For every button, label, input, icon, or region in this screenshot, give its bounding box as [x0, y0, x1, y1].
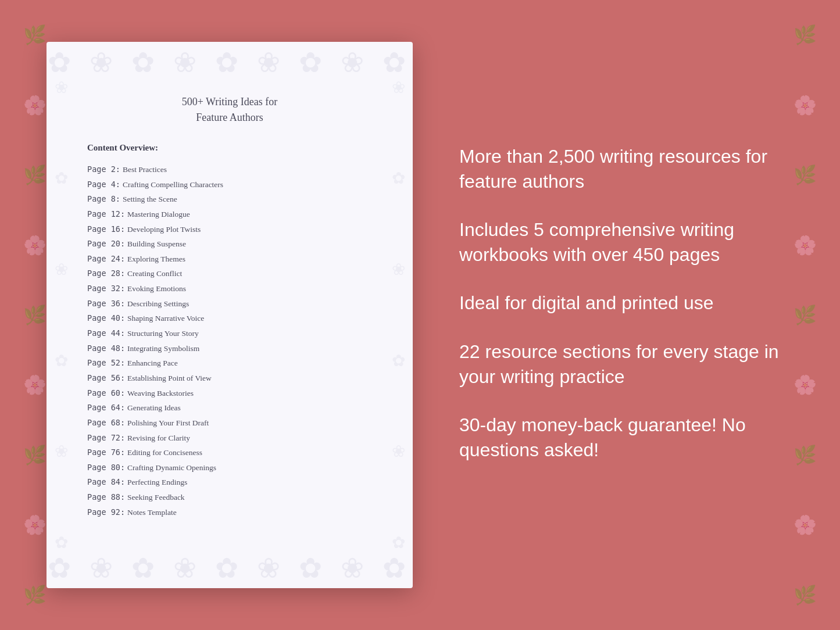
toc-item: Page 20:Building Suspense — [87, 237, 384, 252]
toc-item: Page 12:Mastering Dialogue — [87, 207, 384, 222]
toc-item: Page 52:Enhancing Pace — [87, 356, 384, 371]
toc-item: Page 68:Polishing Your First Draft — [87, 416, 384, 431]
feature-item: Ideal for digital and printed use — [459, 291, 793, 316]
toc-item: Page 32:Evoking Emotions — [87, 281, 384, 296]
feature-text: More than 2,500 writing resources for fe… — [459, 144, 793, 194]
toc-item: Page 92:Notes Template — [87, 505, 384, 520]
toc-item: Page 56:Establishing Point of View — [87, 371, 384, 386]
feature-text: 22 resource sections for every stage in … — [459, 339, 793, 389]
toc-item: Page 48:Integrating Symbolism — [87, 341, 384, 356]
toc-item: Page 76:Editing for Conciseness — [87, 445, 384, 460]
right-panel: More than 2,500 writing resources for fe… — [448, 144, 793, 486]
table-of-contents: Page 2:Best PracticesPage 4:Crafting Com… — [87, 162, 384, 520]
doc-floral-right: ❀✿❀✿❀✿ — [384, 42, 413, 588]
feature-item: More than 2,500 writing resources for fe… — [459, 144, 793, 194]
toc-item: Page 36:Describing Settings — [87, 296, 384, 312]
toc-item: Page 16:Developing Plot Twists — [87, 222, 384, 237]
toc-item: Page 28:Creating Conflict — [87, 266, 384, 281]
feature-item: 22 resource sections for every stage in … — [459, 339, 793, 389]
document-page: ✿ ❀ ✿ ❀ ✿ ❀ ✿ ❀ ✿ ❀✿❀✿❀✿ ❀✿❀✿❀✿ 500+ Wri… — [47, 42, 413, 588]
toc-item: Page 84:Perfecting Endings — [87, 475, 384, 490]
doc-floral-bottom: ✿ ❀ ✿ ❀ ✿ ❀ ✿ ❀ ✿ — [47, 547, 413, 588]
feature-text: 30-day money-back guarantee! No question… — [459, 413, 793, 463]
feature-text: Ideal for digital and printed use — [459, 291, 793, 316]
doc-floral-top: ✿ ❀ ✿ ❀ ✿ ❀ ✿ ❀ ✿ — [47, 42, 413, 83]
content-overview-label: Content Overview: — [87, 143, 384, 153]
toc-item: Page 60:Weaving Backstories — [87, 386, 384, 401]
toc-item: Page 8:Setting the Scene — [87, 192, 384, 207]
toc-item: Page 24:Exploring Themes — [87, 252, 384, 267]
toc-item: Page 2:Best Practices — [87, 162, 384, 177]
feature-item: 30-day money-back guarantee! No question… — [459, 413, 793, 463]
toc-item: Page 64:Generating Ideas — [87, 400, 384, 416]
toc-item: Page 80:Crafting Dynamic Openings — [87, 460, 384, 475]
toc-item: Page 72:Revising for Clarity — [87, 431, 384, 446]
document-title: 500+ Writing Ideas for Feature Authors — [76, 94, 384, 126]
toc-item: Page 44:Structuring Your Story — [87, 326, 384, 341]
toc-item: Page 40:Shaping Narrative Voice — [87, 311, 384, 326]
main-content: ✿ ❀ ✿ ❀ ✿ ❀ ✿ ❀ ✿ ❀✿❀✿❀✿ ❀✿❀✿❀✿ 500+ Wri… — [0, 0, 840, 630]
toc-item: Page 88:Seeking Feedback — [87, 490, 384, 505]
feature-text: Includes 5 comprehensive writing workboo… — [459, 217, 793, 267]
feature-item: Includes 5 comprehensive writing workboo… — [459, 217, 793, 267]
toc-item: Page 4:Crafting Compelling Characters — [87, 177, 384, 192]
doc-floral-left: ❀✿❀✿❀✿ — [47, 42, 76, 588]
